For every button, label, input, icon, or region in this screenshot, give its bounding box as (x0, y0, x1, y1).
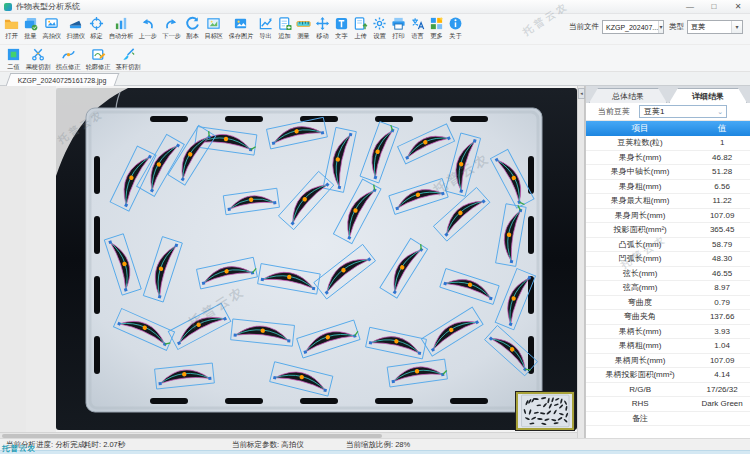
toolbar-button-label: 打开 (5, 32, 17, 41)
row-item-label: 弦高(mm) (586, 281, 694, 295)
toolbar-button-label: 高拍仪 (42, 32, 61, 41)
table-row[interactable]: 投影面积(mm²)365.45 (586, 223, 750, 238)
autoanalyze-icon (114, 16, 129, 31)
row-item-value: 51.28 (694, 165, 750, 179)
table-row[interactable]: 弯曲度0.79 (586, 296, 750, 311)
image-viewer[interactable] (0, 86, 577, 438)
toolbar-button-upload[interactable]: 上传 (351, 15, 370, 41)
toolbar-button-inflect[interactable]: 拐点修正 (53, 46, 83, 72)
table-row[interactable]: 果身周长(mm)107.09 (586, 209, 750, 224)
table-row[interactable]: 弦高(mm)8.97 (586, 281, 750, 296)
row-item-value: 4.14 (694, 368, 750, 382)
toolbar-button-append[interactable]: 追加 (275, 15, 294, 41)
contourfix-icon (91, 47, 106, 62)
panel-collapse-button[interactable]: ◂ (578, 88, 585, 99)
toolbar-button-label: 更多 (430, 32, 442, 41)
toolbar-button-prev[interactable]: 上一步 (136, 15, 160, 41)
toolbar-button-binary[interactable]: 二值 (4, 46, 23, 72)
toolbar-button-language[interactable]: 语言 (408, 15, 427, 41)
chevron-down-icon[interactable]: ▾ (658, 21, 663, 33)
table-row[interactable]: 豆荚粒数(粒)1 (586, 136, 750, 151)
table-row[interactable]: 果身最大粗(mm)11.22 (586, 194, 750, 209)
toolbar-button-export[interactable]: 导出 (256, 15, 275, 41)
current-file-select[interactable]: KZGP_202407... ▾ (602, 20, 664, 34)
toolbar-button-podcut[interactable]: 茎秆切割 (113, 46, 143, 72)
toolbar-edit: 二值果梗切割拐点修正轮廓修正茎秆切割 (0, 45, 750, 72)
toolbar-button-scanner[interactable]: 扫描仪 (64, 15, 88, 41)
table-row[interactable]: 果柄长(mm)3.93 (586, 325, 750, 340)
type-select[interactable]: 豆荚 ▾ (687, 20, 743, 34)
toolbar-button-label: 设置 (373, 32, 385, 41)
row-item-value: 1.04 (694, 339, 750, 353)
results-panel: 总体结果 详细结果 当前豆荚 豆荚1 ⌄ 项目 值 豆荚粒数(粒)1果身长(mm… (585, 86, 750, 438)
chevron-down-icon[interactable]: ▾ (731, 21, 742, 33)
table-row[interactable]: 凸弧长(mm)58.79 (586, 238, 750, 253)
open-icon (4, 16, 19, 31)
toolbar-button-more[interactable]: 更多 (427, 15, 446, 41)
row-item-label: 弯曲夹角 (586, 310, 694, 324)
toolbar-button-calibrate[interactable]: 标定 (87, 15, 106, 41)
about-icon (448, 16, 463, 31)
table-row[interactable]: 果柄粗(mm)1.04 (586, 339, 750, 354)
toolbar-button-label: 上传 (354, 32, 366, 41)
document-tab[interactable]: KZGP_20240725161728.jpg (6, 73, 119, 86)
title-bar: 作物表型分析系统 — □ ✕ (0, 0, 750, 14)
toolbar-button-doccam[interactable]: 高拍仪 (40, 15, 64, 41)
table-row[interactable]: 果身粗(mm)6.56 (586, 180, 750, 195)
language-icon (410, 16, 425, 31)
toolbar-button-batch[interactable]: 批量 (21, 15, 40, 41)
minimize-button[interactable]: — (678, 0, 702, 13)
toolbar-button-stemcut[interactable]: 果梗切割 (23, 46, 53, 72)
toolbar-button-contourfix[interactable]: 轮廓修正 (83, 46, 113, 72)
minimap[interactable] (516, 392, 574, 430)
tab-detailed-results[interactable]: 详细结果 (669, 88, 747, 103)
toolbar-button-autoanalyze[interactable]: 自动分析 (106, 15, 136, 41)
window-controls: — □ ✕ (678, 0, 750, 13)
row-item-value (694, 412, 750, 426)
table-row[interactable]: RHSDark Green (586, 397, 750, 412)
table-row[interactable]: 果柄周长(mm)107.09 (586, 354, 750, 369)
type-group: 类型 豆荚 ▾ (669, 20, 743, 34)
toolbar-button-saveimg[interactable]: 保存图片 (226, 15, 256, 41)
table-row[interactable]: 备注 (586, 412, 750, 427)
close-button[interactable]: ✕ (726, 0, 750, 13)
table-row[interactable]: 果身中轴长(mm)51.28 (586, 165, 750, 180)
toolbar-button-measure[interactable]: 测量 (294, 15, 313, 41)
toolbar-button-about[interactable]: 关于 (446, 15, 465, 41)
toolbar-button-open[interactable]: 打开 (2, 15, 21, 41)
table-row[interactable]: 果身长(mm)46.82 (586, 151, 750, 166)
row-item-label: 果柄长(mm) (586, 325, 694, 339)
status-calibration: 当前标定参数: 高拍仪 (232, 440, 304, 450)
text-icon (334, 16, 349, 31)
table-row[interactable]: 弦长(mm)46.55 (586, 267, 750, 282)
panel-splitter[interactable]: ◂ (577, 86, 585, 438)
toolbar-button-text[interactable]: 文字 (332, 15, 351, 41)
toolbar-button-label: 关于 (449, 32, 461, 41)
maximize-button[interactable]: □ (702, 0, 726, 13)
current-pod-select[interactable]: 豆荚1 ⌄ (639, 105, 727, 118)
toolbar-button-label: 测量 (297, 32, 309, 41)
table-row[interactable]: R/G/B17/26/32 (586, 383, 750, 398)
toolbar-button-settings[interactable]: 设置 (370, 15, 389, 41)
specimen-tray (86, 108, 542, 412)
app-logo-icon (4, 3, 12, 11)
toolbar-button-label: 语言 (411, 32, 423, 41)
calibrate-icon (89, 16, 104, 31)
row-item-label: 投影面积(mm²) (586, 223, 694, 237)
toolbar-button-next[interactable]: 下一步 (160, 15, 184, 41)
table-row[interactable]: 凹弧长(mm)48.30 (586, 252, 750, 267)
table-row[interactable]: 果柄投影面积(mm²)4.14 (586, 368, 750, 383)
prev-icon (140, 16, 155, 31)
results-tabs: 总体结果 详细结果 (586, 86, 750, 103)
more-icon (429, 16, 444, 31)
tab-overall-results[interactable]: 总体结果 (589, 88, 667, 103)
toolbar-button-label: 目标区 (204, 32, 223, 41)
toolbar-button-move[interactable]: 移动 (313, 15, 332, 41)
table-row[interactable]: 弯曲夹角137.66 (586, 310, 750, 325)
toolbar-button-copy[interactable]: 副本 (183, 15, 202, 41)
toolbar-button-target[interactable]: 目标区 (202, 15, 226, 41)
toolbar-button-label: 下一步 (162, 32, 181, 41)
toolbar-main-buttons: 打开批量高拍仪扫描仪标定自动分析上一步下一步副本目标区保存图片导出追加测量移动文… (2, 15, 465, 41)
status-zoom: 当前缩放比例: 28% (346, 440, 410, 450)
toolbar-button-print[interactable]: 打印 (389, 15, 408, 41)
